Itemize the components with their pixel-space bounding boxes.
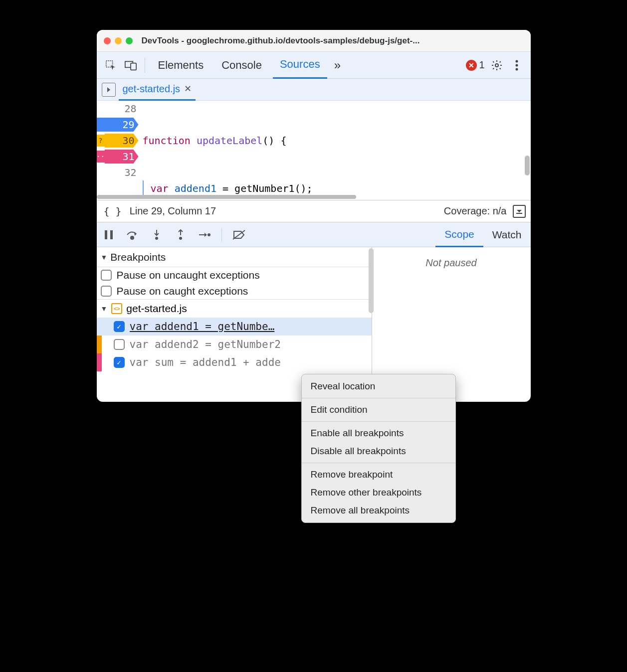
pause-caught-label: Pause on caught exceptions xyxy=(117,285,248,297)
editor-status-bar: { } Line 29, Column 17 Coverage: n/a xyxy=(97,200,531,222)
tab-sources[interactable]: Sources xyxy=(273,52,327,79)
breakpoint-file-header[interactable]: ▼ <> get-started.js xyxy=(97,299,372,318)
breakpoint-color-bar xyxy=(97,336,102,353)
breakpoint-item[interactable]: ✓ var addend1 = getNumbe… xyxy=(97,318,372,336)
svg-rect-8 xyxy=(105,230,107,239)
main-toolbar: Elements Console Sources » ✕ 1 xyxy=(97,52,531,79)
separator xyxy=(221,228,222,242)
disclosure-triangle-icon: ▼ xyxy=(101,305,108,313)
line-number-breakpoint[interactable]: ? 30 xyxy=(97,133,137,149)
window-close-button[interactable] xyxy=(104,37,111,44)
menu-remove-other[interactable]: Remove other breakpoints xyxy=(302,484,455,502)
menu-separator xyxy=(302,421,455,422)
code-vertical-scrollbar[interactable] xyxy=(525,156,530,175)
breakpoint-context-menu: Reveal location Edit condition Enable al… xyxy=(301,374,456,523)
coverage-status: Coverage: n/a xyxy=(444,205,507,217)
pretty-print-icon[interactable]: { } xyxy=(102,204,124,218)
svg-point-4 xyxy=(515,60,518,62)
svg-rect-2 xyxy=(131,63,136,70)
step-over-icon[interactable] xyxy=(126,228,140,242)
window-title: DevTools - googlechrome.github.io/devtoo… xyxy=(142,36,420,46)
checkbox[interactable] xyxy=(114,339,125,350)
menu-remove-all[interactable]: Remove all breakpoints xyxy=(302,502,455,519)
kebab-menu-icon[interactable] xyxy=(509,57,525,73)
breakpoints-section-header[interactable]: ▼ Breakpoints xyxy=(97,247,372,267)
tab-watch[interactable]: Watch xyxy=(483,222,531,247)
pane-vertical-scrollbar[interactable] xyxy=(369,248,374,313)
cursor-position: Line 29, Column 17 xyxy=(130,205,216,217)
logpoint-badge: ·· xyxy=(97,151,105,163)
device-toolbar-icon[interactable] xyxy=(123,57,139,73)
breakpoint-color-bar xyxy=(97,353,102,371)
deactivate-breakpoints-icon[interactable] xyxy=(232,228,246,242)
js-file-icon: <> xyxy=(111,303,122,314)
svg-point-6 xyxy=(515,68,518,70)
pause-icon[interactable] xyxy=(102,228,116,242)
svg-point-10 xyxy=(131,236,134,239)
line-number[interactable]: 32 xyxy=(97,165,137,180)
line-number-breakpoint[interactable]: ·· 31 xyxy=(97,149,137,165)
tab-scope[interactable]: Scope xyxy=(435,222,483,247)
tabs-overflow-icon[interactable]: » xyxy=(331,52,344,79)
pause-uncaught-label: Pause on uncaught exceptions xyxy=(117,269,260,281)
svg-rect-9 xyxy=(110,230,113,239)
tab-elements[interactable]: Elements xyxy=(151,52,211,79)
line-gutter: 28 29 ? 30 ·· 31 32 xyxy=(97,101,141,200)
breakpoint-code: var addend1 = getNumbe… xyxy=(130,321,368,333)
window-minimize-button[interactable] xyxy=(115,37,122,44)
menu-edit-condition[interactable]: Edit condition xyxy=(302,401,455,419)
window-zoom-button[interactable] xyxy=(126,37,133,44)
menu-disable-all[interactable]: Disable all breakpoints xyxy=(302,442,455,460)
breakpoint-marker-blue[interactable]: 29 xyxy=(97,118,139,132)
code-editor[interactable]: 28 29 ? 30 ·· 31 32 function updateLabel… xyxy=(97,101,531,200)
breakpoint-item[interactable]: ✓ var sum = addend1 + adde xyxy=(97,353,372,371)
line-number-breakpoint[interactable]: 29 xyxy=(97,117,137,133)
settings-icon[interactable] xyxy=(489,57,505,73)
menu-separator xyxy=(302,398,455,398)
file-tab-get-started[interactable]: get-started.js ✕ xyxy=(119,79,196,101)
menu-remove-breakpoint[interactable]: Remove breakpoint xyxy=(302,466,455,484)
inspect-element-icon[interactable] xyxy=(103,57,119,73)
step-icon[interactable] xyxy=(198,228,211,242)
svg-point-12 xyxy=(179,237,182,240)
breakpoint-file-name: get-started.js xyxy=(126,303,187,315)
breakpoints-title: Breakpoints xyxy=(110,251,166,263)
step-into-icon[interactable] xyxy=(150,228,164,242)
svg-point-13 xyxy=(208,233,210,236)
pause-uncaught-row[interactable]: Pause on uncaught exceptions xyxy=(97,267,372,283)
close-tab-icon[interactable]: ✕ xyxy=(184,83,192,94)
checkbox[interactable]: ✓ xyxy=(114,357,125,368)
separator xyxy=(145,58,145,73)
svg-point-11 xyxy=(155,237,158,240)
error-count-badge[interactable]: ✕ 1 xyxy=(466,59,484,71)
menu-enable-all[interactable]: Enable all breakpoints xyxy=(302,424,455,442)
error-icon: ✕ xyxy=(466,60,477,71)
conditional-badge: ? xyxy=(97,135,105,147)
tab-console[interactable]: Console xyxy=(214,52,269,79)
error-count: 1 xyxy=(479,59,484,71)
breakpoint-marker-pink[interactable]: 31 xyxy=(105,150,139,164)
not-paused-label: Not paused xyxy=(425,257,476,268)
navigator-toggle-icon[interactable] xyxy=(102,83,116,97)
checkbox[interactable] xyxy=(101,270,112,281)
code-content[interactable]: function updateLabel() { var addend1 = g… xyxy=(141,101,531,200)
breakpoint-code: var addend2 = getNumber2 xyxy=(130,338,368,350)
line-number[interactable]: 28 xyxy=(97,101,137,117)
svg-point-3 xyxy=(495,64,498,67)
menu-reveal-location[interactable]: Reveal location xyxy=(302,377,455,395)
collapse-panel-icon[interactable] xyxy=(513,205,526,218)
file-tabs: get-started.js ✕ xyxy=(97,79,531,101)
breakpoint-marker-orange[interactable]: 30 xyxy=(105,134,139,148)
svg-point-5 xyxy=(515,64,518,66)
checkbox[interactable] xyxy=(101,286,112,297)
titlebar: DevTools - googlechrome.github.io/devtoo… xyxy=(97,30,531,52)
disclosure-triangle-icon: ▼ xyxy=(101,253,108,261)
debug-toolbar: Scope Watch xyxy=(97,222,531,247)
code-horizontal-scrollbar-thumb[interactable] xyxy=(97,195,356,199)
step-out-icon[interactable] xyxy=(174,228,188,242)
file-tab-label: get-started.js xyxy=(123,83,181,95)
pause-caught-row[interactable]: Pause on caught exceptions xyxy=(97,283,372,299)
checkbox[interactable]: ✓ xyxy=(114,321,125,332)
code-horizontal-scrollbar-track[interactable] xyxy=(97,194,531,200)
breakpoint-item[interactable]: var addend2 = getNumber2 xyxy=(97,336,372,353)
